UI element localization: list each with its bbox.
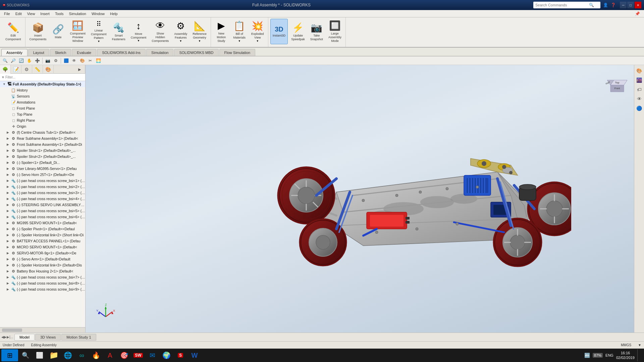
panel-tab-property-manager[interactable]: 📝 bbox=[11, 65, 21, 74]
right-panel-icon-2[interactable]: 🌆 bbox=[635, 76, 644, 84]
tree-item-battery-housing[interactable]: ▶ ⚙ Battery Box Housing 2<1> (Default< bbox=[0, 268, 85, 274]
exploded-view-button[interactable]: 💥 ExplodedView ▼ bbox=[249, 19, 266, 44]
tree-item-user-lib-servo[interactable]: ▶ ⚙ User Library-MG995-Servo<1> (Defau bbox=[0, 166, 85, 172]
tree-item-right-plane[interactable]: ◻ Right Plane bbox=[0, 117, 85, 123]
panel-tab-feature-tree[interactable]: 🌳 bbox=[0, 65, 11, 74]
tree-item-front-subframe[interactable]: ▶ ⚙ Front Subframe Assembly<1> (Default<… bbox=[0, 141, 85, 147]
tree-item-spoiler-strut1[interactable]: ▶ ⚙ Spoiler Strut<1> (Default<Default>_.… bbox=[0, 147, 85, 154]
tree-item-screw6[interactable]: ▶ 🔩 (-) pan head cross recess screw_bsi<… bbox=[0, 214, 85, 220]
component-preview-button[interactable]: 🪟 ComponentPreviewWindow bbox=[68, 19, 88, 44]
take-snapshot-button[interactable]: 📷 TakeSnapshot bbox=[308, 19, 325, 44]
tree-item-servo-motor[interactable]: ▶ ⚙ SERVO-MOTOR-9g<1> (Default<<De bbox=[0, 250, 85, 256]
instant3d-button[interactable]: 3D Instant3D bbox=[270, 19, 288, 44]
tree-item-annotations[interactable]: 📝 Annotations bbox=[0, 99, 85, 105]
taskbar-app3[interactable]: 🔥 bbox=[89, 349, 103, 361]
panel-expand-button[interactable]: ► bbox=[74, 65, 85, 74]
new-motion-study-button[interactable]: ▶ NewMotionStudy bbox=[213, 19, 230, 44]
tree-item-screw9[interactable]: ▶ 🔩 (-) pan head cross recess screw_bsi<… bbox=[0, 286, 85, 292]
taskbar-app7[interactable]: 🌍 bbox=[160, 349, 173, 361]
appearance-button[interactable]: 🎨 bbox=[78, 57, 86, 64]
nav-left-icon[interactable]: ◀ bbox=[1, 335, 4, 339]
insert-components-button[interactable]: 📦 InsertComponents bbox=[28, 19, 49, 44]
search-box[interactable]: 🔍 bbox=[533, 2, 600, 8]
bottom-tab-model[interactable]: Model bbox=[14, 334, 35, 341]
tab-evaluate[interactable]: Evaluate bbox=[72, 49, 96, 56]
bottom-tab-3d-views[interactable]: 3D Views bbox=[35, 334, 61, 341]
tree-item-spoiler-strut2[interactable]: ▶ ⚙ Spoiler Strut<2> (Default<Default>_.… bbox=[0, 154, 85, 160]
tab-layout[interactable]: Layout bbox=[28, 49, 49, 56]
tree-item-spoiler-horiz2[interactable]: ▶ ⚙ (-) Spoiler Horizontal link<2> (Shor… bbox=[0, 232, 85, 238]
taskbar-search[interactable]: 🔍 bbox=[19, 349, 32, 361]
minimize-button[interactable]: ─ bbox=[620, 2, 627, 8]
3d-viewport[interactable]: X Y Z Top Front Right bbox=[86, 65, 634, 333]
tree-item-sensors[interactable]: 📡 Sensors bbox=[0, 93, 85, 99]
close-button[interactable]: ✕ bbox=[635, 2, 641, 8]
show-hidden-button[interactable]: 👁 ShowHiddenComponents bbox=[150, 19, 171, 44]
view-settings-button[interactable]: ⚙ bbox=[52, 57, 59, 64]
tree-item-screw7[interactable]: ▶ 🔩 (-) pan head cross recess screw_bsi<… bbox=[0, 274, 85, 280]
menu-file[interactable]: File bbox=[1, 11, 13, 16]
reference-geometry-button[interactable]: 📐 ReferenceGeometry ▼ bbox=[191, 19, 209, 44]
taskbar-word[interactable]: W bbox=[188, 349, 201, 361]
menu-help[interactable]: Help bbox=[107, 11, 120, 16]
zoom-to-fit-button[interactable]: 🔍 bbox=[1, 57, 9, 64]
tree-item-screw1[interactable]: ▶ 🔩 (-) pan head cross recess screw_bsi<… bbox=[0, 178, 85, 184]
assembly-features-button[interactable]: ⚙ AssemblyFeatures ▼ bbox=[172, 19, 189, 44]
large-assembly-mode-button[interactable]: 🔲 LargeAssemblyMode bbox=[326, 19, 343, 44]
tree-item-history[interactable]: 📋 History bbox=[0, 87, 85, 93]
tree-item-spoiler1[interactable]: ▶ ⚙ (-) Spoiler<1> (Default_Di... bbox=[0, 160, 85, 166]
start-button[interactable]: ⊞ bbox=[1, 349, 18, 361]
standard-views-button[interactable]: 📷 bbox=[44, 57, 51, 64]
taskbar-file-explorer[interactable]: 📁 bbox=[47, 349, 60, 361]
taskbar-arduino[interactable]: ∞ bbox=[75, 349, 89, 361]
menu-insert[interactable]: Insert bbox=[38, 11, 52, 16]
search-input[interactable] bbox=[535, 3, 589, 7]
tab-simulation[interactable]: Simulation bbox=[146, 49, 173, 56]
tab-mbd[interactable]: SOLIDWORKS MBD bbox=[174, 49, 218, 56]
tree-item-centre-chassis[interactable]: ▶ ⚙ (f) Centre Chassis Tub<1> (Default<< bbox=[0, 129, 85, 135]
nav-add-icon[interactable]: ... bbox=[10, 335, 13, 339]
tab-flow[interactable]: Flow Simulation bbox=[219, 49, 256, 56]
tree-item-screw8[interactable]: ▶ 🔩 (-) pan head cross recess screw_bsi<… bbox=[0, 280, 85, 286]
display-style-button[interactable]: 🟦 bbox=[62, 57, 70, 64]
right-panel-icon-3[interactable]: 🏷 bbox=[635, 85, 644, 94]
edit-component-button[interactable]: ✏️ EditComponent bbox=[3, 19, 23, 44]
taskbar-app5[interactable]: 🎯 bbox=[117, 349, 131, 361]
tree-root-assembly[interactable]: ▼ 🏗 Full Assembly (Default<Display State… bbox=[0, 81, 85, 87]
tree-item-front-plane[interactable]: ◻ Front Plane bbox=[0, 105, 85, 111]
tree-item-spoiler-horiz3[interactable]: ▶ ⚙ (-) Spoiler Horizontal link<3> (Defa… bbox=[0, 262, 85, 268]
menu-window[interactable]: Window bbox=[89, 11, 107, 16]
taskbar-taskview[interactable]: ⬜ bbox=[33, 349, 46, 361]
bill-of-materials-button[interactable]: 📋 Bill ofMaterials ▼ bbox=[231, 19, 248, 44]
tree-item-servo-horn[interactable]: ▶ ⚙ (-) Servo Horn 25T<1> (Default<<De bbox=[0, 172, 85, 178]
bottom-tab-motion-study[interactable]: Motion Study 1 bbox=[61, 334, 96, 341]
tree-item-mg995[interactable]: ▶ ⚙ MG995 SERVO MOUNT<1> (Default< bbox=[0, 220, 85, 226]
scene-button[interactable]: 🌅 bbox=[95, 57, 102, 64]
taskbar-autocad[interactable]: A bbox=[103, 349, 117, 361]
tree-hscroll-thumb[interactable] bbox=[2, 328, 22, 332]
right-panel-icon-4[interactable]: 👁 bbox=[635, 95, 644, 103]
taskbar-chrome[interactable]: 🌐 bbox=[61, 349, 74, 361]
pan-button[interactable]: ✋ bbox=[25, 57, 33, 64]
status-dropdown[interactable]: ▼ bbox=[638, 343, 641, 347]
tree-item-servo-arm[interactable]: ▶ ⚙ (-) Servo Arm<1> (Default<Default bbox=[0, 256, 85, 262]
tree-hscrollbar[interactable] bbox=[0, 327, 85, 333]
right-panel-icon-5[interactable]: 🔵 bbox=[635, 104, 644, 113]
rotate-view-button[interactable]: 🔄 bbox=[17, 57, 25, 64]
tree-item-screw4[interactable]: ▶ 🔩 (-) pan head cross recess screw_bsi<… bbox=[0, 196, 85, 202]
menu-simulation[interactable]: Simulation bbox=[66, 11, 89, 16]
zoom-to-area-button[interactable]: 🔎 bbox=[9, 57, 17, 64]
panel-tab-dim-expert[interactable]: 📏 bbox=[32, 65, 43, 74]
panel-tab-display[interactable]: 🎨 bbox=[43, 65, 54, 74]
right-panel-icon-1[interactable]: 🎨 bbox=[635, 66, 644, 75]
tree-item-screw3[interactable]: ▶ 🔩 (-) pan head cross recess screw_bsi<… bbox=[0, 190, 85, 196]
hide-show-button[interactable]: 👁 bbox=[70, 57, 78, 64]
smart-fasteners-button[interactable]: 🔩 SmartFasteners bbox=[110, 19, 127, 44]
update-speedpak-button[interactable]: ⚡ UpdateSpeedpak bbox=[289, 19, 307, 44]
menu-edit[interactable]: Edit bbox=[13, 11, 24, 16]
tab-assembly[interactable]: Assembly bbox=[1, 49, 28, 56]
maximize-button[interactable]: □ bbox=[627, 2, 634, 8]
menu-view[interactable]: View bbox=[24, 11, 38, 16]
section-view-button[interactable]: ✂ bbox=[87, 57, 94, 64]
tree-item-screw2[interactable]: ▶ 🔩 (-) pan head cross recess screw_bsi<… bbox=[0, 184, 85, 190]
